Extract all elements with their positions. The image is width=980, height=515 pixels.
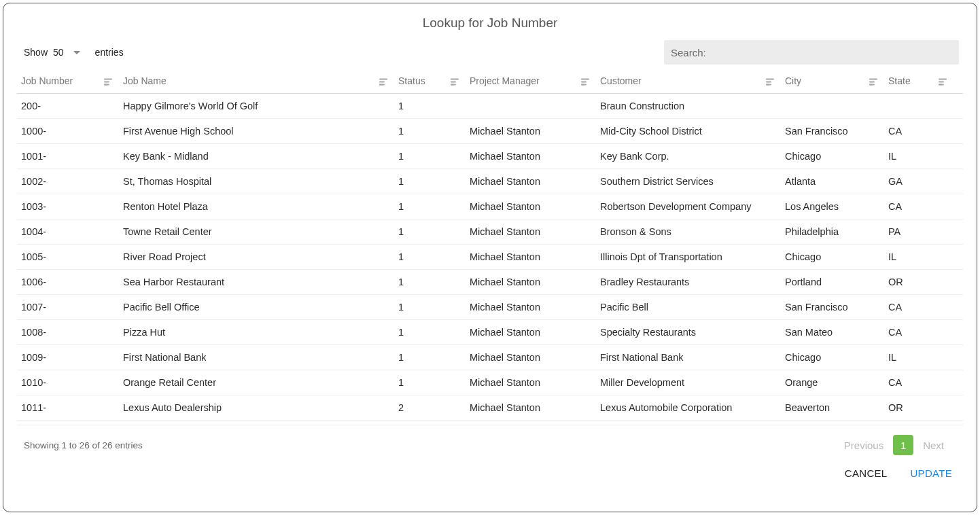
cell-job-number: 1004-: [17, 219, 119, 245]
lookup-dialog: Lookup for Job Number Show 50 entries Se…: [3, 3, 977, 512]
table-row[interactable]: 1000-First Avenue High School1Michael St…: [17, 119, 963, 144]
cell-pm: Michael Stanton: [466, 119, 596, 144]
table-row[interactable]: 1006-Sea Harbor Restaurant1Michael Stant…: [17, 270, 963, 295]
col-header-project-manager[interactable]: Project Manager: [466, 70, 596, 94]
cell-pm: Michael Stanton: [466, 144, 596, 169]
cell-status: 1: [394, 119, 466, 144]
sort-icon: [869, 77, 877, 85]
col-header-job-name[interactable]: Job Name: [119, 70, 394, 94]
cell-state: IL: [884, 345, 963, 370]
cell-customer: Southern District Services: [596, 169, 781, 194]
cell-state: OR: [884, 270, 963, 295]
table-row[interactable]: 1010-Orange Retail Center1Michael Stanto…: [17, 370, 963, 395]
cell-job-number: 1002-: [17, 169, 119, 194]
cell-city: Los Angeles: [781, 194, 884, 219]
cell-state: GA: [884, 169, 963, 194]
table-row[interactable]: 1001-Key Bank - Midland1Michael StantonK…: [17, 144, 963, 169]
cell-pm: [466, 94, 596, 119]
search-label: Search:: [671, 47, 706, 58]
cell-state: CA: [884, 370, 963, 395]
cell-customer: Lexus Automobile Corporation: [596, 395, 781, 421]
cancel-button[interactable]: CANCEL: [845, 467, 888, 479]
pager-previous[interactable]: Previous: [844, 440, 883, 451]
cell-status: 1: [394, 345, 466, 370]
cell-state: CA: [884, 119, 963, 144]
cell-city: Portland: [781, 270, 884, 295]
cell-job-name: First Avenue High School: [119, 119, 394, 144]
pager-next[interactable]: Next: [923, 440, 944, 451]
table-row[interactable]: 1009-First National Bank1Michael Stanton…: [17, 345, 963, 370]
cell-pm: Michael Stanton: [466, 245, 596, 270]
cell-job-number: 1006-: [17, 270, 119, 295]
col-label: Status: [398, 75, 425, 86]
page-length-value: 50: [53, 47, 64, 58]
table-row[interactable]: 1004-Towne Retail Center1Michael Stanton…: [17, 219, 963, 245]
table-row[interactable]: 1005-River Road Project1Michael StantonI…: [17, 245, 963, 270]
cell-job-name: Pacific Bell Office: [119, 295, 394, 320]
sort-icon: [766, 77, 774, 85]
sort-icon: [451, 77, 459, 85]
cell-status: 1: [394, 194, 466, 219]
table-body-scroll[interactable]: 200-Happy Gilmore's World Of Golf1Braun …: [17, 94, 963, 425]
cell-status: 1: [394, 295, 466, 320]
cell-customer: Illinois Dpt of Transportation: [596, 245, 781, 270]
cell-customer: Bradley Restaurants: [596, 270, 781, 295]
cell-job-number: 1010-: [17, 370, 119, 395]
table-row[interactable]: 1007-Pacific Bell Office1Michael Stanton…: [17, 295, 963, 320]
table-row[interactable]: 1003-Renton Hotel Plaza1Michael StantonR…: [17, 194, 963, 219]
cell-city: Orange: [781, 370, 884, 395]
cell-customer: Robertson Development Company: [596, 194, 781, 219]
col-header-state[interactable]: State: [884, 70, 953, 94]
col-header-status[interactable]: Status: [394, 70, 466, 94]
cell-status: 1: [394, 270, 466, 295]
cell-pm: Michael Stanton: [466, 270, 596, 295]
cell-customer: Mid-City School District: [596, 119, 781, 144]
page-length-select[interactable]: 50: [52, 44, 82, 60]
cell-job-name: Sea Harbor Restaurant: [119, 270, 394, 295]
pager-current[interactable]: 1: [893, 435, 913, 455]
table-row[interactable]: 200-Happy Gilmore's World Of Golf1Braun …: [17, 94, 963, 119]
cell-state: IL: [884, 245, 963, 270]
cell-customer: First National Bank: [596, 345, 781, 370]
cell-job-number: 1001-: [17, 144, 119, 169]
cell-state: CA: [884, 295, 963, 320]
col-header-city[interactable]: City: [781, 70, 884, 94]
footer-row: Showing 1 to 26 of 26 entries Previous 1…: [17, 425, 963, 455]
table-row[interactable]: 1008-Pizza Hut1Michael StantonSpecialty …: [17, 320, 963, 345]
col-label: Project Manager: [470, 75, 540, 86]
cell-pm: Michael Stanton: [466, 194, 596, 219]
cell-customer: Braun Construction: [596, 94, 781, 119]
length-control: Show 50 entries: [17, 44, 124, 60]
cell-city: [781, 94, 884, 119]
cell-job-name: Orange Retail Center: [119, 370, 394, 395]
update-button[interactable]: UPDATE: [910, 467, 952, 479]
cell-customer: Pacific Bell: [596, 295, 781, 320]
cell-status: 1: [394, 370, 466, 395]
sort-icon: [104, 77, 112, 85]
cell-city: Philadelphia: [781, 219, 884, 245]
col-label: City: [785, 75, 801, 86]
cell-city: San Francisco: [781, 119, 884, 144]
col-header-customer[interactable]: Customer: [596, 70, 781, 94]
cell-state: [884, 94, 963, 119]
cell-state: CA: [884, 320, 963, 345]
cell-status: 1: [394, 219, 466, 245]
cell-job-name: Towne Retail Center: [119, 219, 394, 245]
controls-row: Show 50 entries Search:: [17, 40, 963, 65]
search-box[interactable]: Search:: [664, 40, 959, 65]
sort-icon: [939, 77, 947, 85]
col-label: Job Name: [123, 75, 167, 86]
cell-status: 1: [394, 320, 466, 345]
cell-status: 1: [394, 245, 466, 270]
search-input[interactable]: [709, 47, 952, 58]
table-row[interactable]: 1002-St, Thomas Hospital1Michael Stanton…: [17, 169, 963, 194]
table-row[interactable]: 1011-Lexus Auto Dealership2Michael Stant…: [17, 395, 963, 421]
cell-state: IL: [884, 144, 963, 169]
sort-icon: [581, 77, 589, 85]
sort-icon: [379, 77, 387, 85]
cell-customer: Miller Development: [596, 370, 781, 395]
cell-job-number: 1011-: [17, 395, 119, 421]
col-header-job-number[interactable]: Job Number: [17, 70, 119, 94]
cell-job-name: St, Thomas Hospital: [119, 169, 394, 194]
cell-pm: Michael Stanton: [466, 395, 596, 421]
